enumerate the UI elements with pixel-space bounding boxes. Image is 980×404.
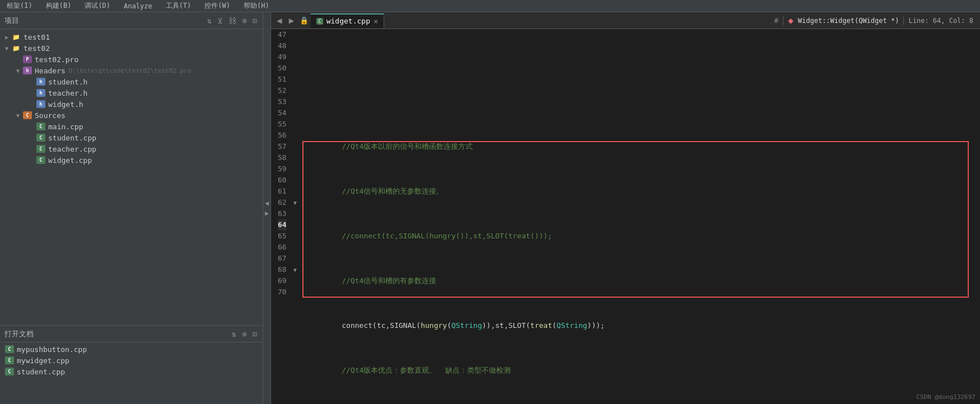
headers-tooltip: D:\bite\qt\code\test02\test02.pro	[69, 67, 192, 74]
project-panel-header: 项目 ⇅ ⊻ ⛓ ⊕ ⊡	[0, 12, 263, 29]
project-title: 项目	[4, 16, 19, 26]
tree-item-teacherh[interactable]: h teacher.h	[0, 87, 263, 98]
open-doc-mypushbutton[interactable]: C mypushbutton.cpp	[0, 344, 263, 355]
cpp-icon-mywidget: C	[4, 356, 15, 365]
code-line-50: //connect(tc,SIGNAL(hungry()),st,SLOT(tr…	[307, 231, 980, 242]
lock-icon: 🔒	[297, 14, 311, 27]
tree-item-headers[interactable]: ▼ h Headers D:\bite\qt\code\test02\test0…	[0, 65, 263, 76]
tree-label-test02pro: test02.pro	[35, 55, 78, 64]
tree-label-maincpp: main.cpp	[48, 123, 83, 131]
code-line-52: connect(tc,SIGNAL(hungry(QString)),st,SL…	[307, 320, 980, 331]
tree-item-widgetcpp[interactable]: C widget.cpp	[0, 154, 263, 166]
tree-item-studenth[interactable]: h student.h	[0, 76, 263, 87]
line-numbers: 47 48 49 50 51 52 53 54 55 56 57 58 59 6…	[271, 29, 293, 404]
fold-arrows-column: ▼ ▼	[293, 29, 302, 404]
menu-item-analyze[interactable]: Analyze	[122, 1, 155, 11]
tree-item-test02[interactable]: ▼ 📁 test02	[0, 43, 263, 54]
tree-arrow-sources: ▼	[13, 112, 22, 119]
tree-arrow-headers: ▼	[13, 68, 22, 74]
open-doc-mywidget[interactable]: C mywidget.cpp	[0, 355, 263, 366]
menu-item-bangzhu[interactable]: 帮助(H)	[241, 0, 272, 12]
add-folder-icon[interactable]: ⊕	[241, 15, 248, 26]
watermark: CSDN @dong132697	[916, 393, 976, 401]
cpp-icon-teachercpp: C	[36, 144, 46, 153]
tree-label-test02: test02	[24, 44, 50, 53]
menu-item-gongju[interactable]: 工具(T)	[164, 0, 194, 12]
code-line-49: //Qt4信号和槽的无参数连接。	[307, 186, 980, 197]
open-docs-sort-icon[interactable]: ⇅	[231, 328, 237, 340]
open-docs-title: 打开文档	[4, 329, 34, 339]
tree-item-widgeth[interactable]: h widget.h	[0, 98, 263, 110]
link-icon[interactable]: ⛓	[227, 15, 237, 26]
cpp-icon-maincpp: C	[36, 122, 46, 131]
open-docs-icons: ⇅ ⊕ ⊡	[231, 328, 258, 340]
filter-icon[interactable]: ⊻	[216, 15, 224, 26]
hash-symbol: #	[774, 16, 778, 25]
open-doc-label-mypushbutton: mypushbutton.cpp	[17, 345, 87, 354]
open-docs-expand-icon[interactable]: ⊡	[251, 328, 258, 340]
tree-item-test02pro[interactable]: P test02.pro	[0, 54, 263, 65]
code-area[interactable]: 47 48 49 50 51 52 53 54 55 56 57 58 59 6…	[271, 29, 980, 404]
cpp-icon-studentcpp: C	[36, 133, 46, 142]
editor-toolbar: # ◆ Widget::Widget(QWidget *) Line: 64, …	[774, 15, 978, 26]
code-content[interactable]: //Qt4版本以前的信号和槽函数连接方式 //Qt4信号和槽的无参数连接。 //…	[302, 29, 980, 404]
sources-icon: C	[22, 111, 32, 120]
tab-label-widget-cpp: widget.cpp	[326, 17, 370, 25]
open-doc-label-student: student.cpp	[17, 368, 65, 376]
tree-arrow-test01: ▶	[2, 34, 11, 40]
tree-label-teachercpp: teacher.cpp	[48, 145, 96, 153]
diamond-icon: ◆	[788, 15, 794, 26]
code-line-53: //Qt4版本优点：参数直观。 缺点：类型不做检测	[307, 365, 980, 376]
file-tree: ▶ 📁 test01 ▼ 📁 test02 P test02.pro ▼ h H…	[0, 29, 263, 325]
tree-label-sources: Sources	[35, 111, 66, 120]
tree-label-widgetcpp: widget.cpp	[48, 156, 92, 165]
code-line-47	[307, 96, 980, 107]
headers-icon: h	[22, 66, 32, 75]
tree-item-maincpp[interactable]: C main.cpp	[0, 121, 263, 132]
menu-bar: 框架(I) 构建(B) 调试(D) Analyze 工具(T) 控件(W) 帮助…	[0, 0, 980, 12]
red-border-block	[302, 141, 969, 298]
tree-arrow-test02: ▼	[2, 45, 11, 51]
tree-item-studentcpp[interactable]: C student.cpp	[0, 132, 263, 143]
sort-icon[interactable]: ⇅	[206, 15, 213, 26]
editor-back-btn[interactable]: ◀	[273, 13, 286, 28]
menu-item-tiaoshi[interactable]: 调试(D)	[82, 0, 113, 12]
tree-item-test01[interactable]: ▶ 📁 test01	[0, 31, 263, 43]
open-doc-student[interactable]: C student.cpp	[0, 366, 263, 377]
toolbar-sep2	[903, 16, 904, 25]
toolbar-sep1	[783, 16, 783, 25]
folder-icon-test01: 📁	[11, 32, 21, 41]
open-doc-label-mywidget: mywidget.cpp	[17, 356, 69, 365]
tab-close-btn[interactable]: ×	[374, 17, 378, 26]
tree-label-studenth: student.h	[48, 78, 87, 86]
pro-icon: P	[22, 55, 32, 64]
menu-item-kongj[interactable]: 控件(W)	[202, 0, 232, 12]
left-panel: 项目 ⇅ ⊻ ⛓ ⊕ ⊡ ▶ 📁 test01 ▼ 📁 test02	[0, 12, 263, 404]
splitter-right-arrow[interactable]: ▶	[264, 208, 270, 218]
code-line-51: //Qt4信号和槽的有参数连接	[307, 275, 980, 286]
open-docs-add-icon[interactable]: ⊕	[241, 328, 248, 340]
h-icon-studenth: h	[36, 77, 46, 86]
editor-panel: ◀ ▶ 🔒 C widget.cpp × # ◆ Widget::Widget(…	[271, 12, 980, 404]
tab-cpp-icon: C	[316, 18, 323, 25]
expand-icon[interactable]: ⊡	[251, 15, 258, 26]
open-docs-panel: 打开文档 ⇅ ⊕ ⊡ C mypushbutton.cpp C mywidget…	[0, 326, 263, 404]
cpp-icon-mypushbutton: C	[4, 345, 15, 354]
menu-item-goujian[interactable]: 构建(B)	[44, 0, 74, 12]
splitter-left-arrow[interactable]: ◀	[264, 198, 270, 208]
editor-forward-btn[interactable]: ▶	[286, 13, 298, 28]
cpp-icon-widgetcpp: C	[36, 156, 46, 165]
tab-widget-cpp[interactable]: C widget.cpp ×	[311, 13, 384, 28]
tree-item-teachercpp[interactable]: C teacher.cpp	[0, 143, 263, 154]
h-icon-teacherh: h	[36, 88, 46, 97]
main-layout: 项目 ⇅ ⊻ ⛓ ⊕ ⊡ ▶ 📁 test01 ▼ 📁 test02	[0, 12, 980, 404]
line-col-info: Line: 64, Col: 8	[908, 17, 973, 25]
splitter[interactable]: ◀ ▶	[263, 12, 271, 404]
folder-icon-test02: 📁	[11, 44, 21, 53]
tree-label-test01: test01	[24, 33, 50, 41]
tree-label-studentcpp: student.cpp	[48, 134, 96, 142]
tree-item-sources[interactable]: ▼ C Sources	[0, 110, 263, 121]
menu-item-kuangjia[interactable]: 框架(I)	[4, 0, 35, 12]
code-line-48: //Qt4版本以前的信号和槽函数连接方式	[307, 141, 980, 152]
breadcrumb-text: Widget::Widget(QWidget *)	[798, 17, 899, 25]
